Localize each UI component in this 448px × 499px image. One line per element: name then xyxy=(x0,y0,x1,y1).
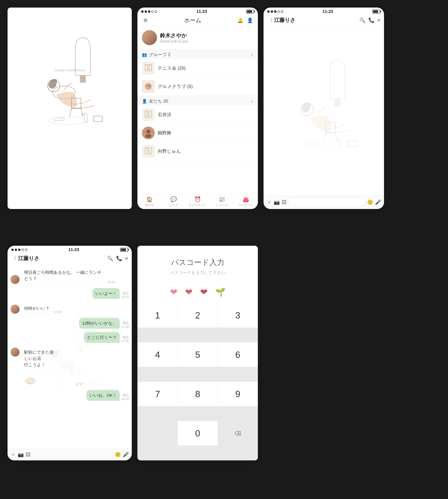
svg-point-24 xyxy=(146,129,150,134)
key-7[interactable]: 7 xyxy=(138,382,177,406)
panel-chat-header: 11:23 〈 江藤りさ 🔍 📞 ≡ xyxy=(264,8,384,209)
timeline-tab-icon: ⏰ xyxy=(194,196,201,202)
msg-time-5: 既読 12:16 xyxy=(121,335,129,343)
chat-messages: 明日昼ごろ時間あるかな。 一緒にランチどう？ 12:10 既読 12:14 いい… xyxy=(8,264,132,449)
list-item-tennis[interactable]: テニス会 (20) xyxy=(137,59,258,77)
add-friend-icon[interactable]: 👤 xyxy=(247,17,253,24)
msg-time-1: 12:10 xyxy=(108,281,115,284)
emoji-icon-3[interactable]: 🙂 xyxy=(367,199,373,205)
chat-input-bar-4: ＋ 📷 🖼 🙂 🎤 xyxy=(8,449,132,460)
svg-rect-23 xyxy=(149,111,152,117)
key-2[interactable]: 2 xyxy=(178,303,218,327)
menu-icon-4[interactable]: ≡ xyxy=(125,256,128,261)
tab-news[interactable]: 📰 ニュース xyxy=(210,196,234,207)
talk-tab-icon: 💬 xyxy=(170,196,177,202)
profile-section[interactable]: 鈴木さやか Good luck to you xyxy=(137,26,258,49)
msg-row-3: 何時がいい？ 12:14 xyxy=(11,303,129,314)
status-bar-3: 11:23 xyxy=(264,8,384,15)
msg-bubble-4: 12時がいいかな。 xyxy=(79,318,120,329)
key-4[interactable]: 4 xyxy=(138,342,177,367)
image-icon-3[interactable]: 🖼 xyxy=(282,199,287,205)
tsuruno-name: 鶴野舞 xyxy=(158,130,171,136)
tab-talk[interactable]: 💬 トーク xyxy=(161,196,186,207)
msg-time-2: 既読 12:14 xyxy=(121,291,129,299)
key-delete[interactable] xyxy=(218,421,258,446)
key-5[interactable]: 5 xyxy=(178,342,218,367)
chat-header-right-4: 🔍 📞 ≡ xyxy=(107,256,128,261)
gourmet-name: グルメクラブ (5) xyxy=(158,83,193,89)
key-0[interactable]: 0 xyxy=(178,421,218,446)
ishii-name: 石井涼 xyxy=(158,112,171,118)
profile-status: Good luck to you xyxy=(160,39,188,44)
wallet-tab-icon: 👛 xyxy=(243,196,249,202)
signal-dot-5 xyxy=(155,10,157,13)
menu-icon-3[interactable]: ≡ xyxy=(377,17,380,23)
key-3[interactable]: 3 xyxy=(218,303,258,327)
groups-header[interactable]: 👥 グループ 2 ∧ xyxy=(137,49,258,59)
svg-line-33 xyxy=(336,133,337,142)
tab-home[interactable]: 🏠 ホーム xyxy=(137,196,161,207)
battery-fill xyxy=(247,10,252,13)
emoji-icon-4[interactable]: 🙂 xyxy=(115,452,121,458)
camera-icon-4[interactable]: 📷 xyxy=(18,452,24,458)
bell-icon[interactable]: 🔔 xyxy=(237,17,244,24)
list-item-mukono[interactable]: 向野じゅん xyxy=(137,142,258,161)
search-icon-3[interactable]: 🔍 xyxy=(359,17,365,23)
key-1[interactable]: 1 xyxy=(138,303,177,327)
panel-illustration: Laundry melancholy xyxy=(8,8,132,209)
mic-icon-3[interactable]: 🎤 xyxy=(375,199,381,205)
msg-time-7: 既読 12:19 xyxy=(121,393,129,401)
search-icon-4[interactable]: 🔍 xyxy=(107,256,113,261)
msg-row-5: 既読 12:16 どこに行く〜？ xyxy=(11,332,129,343)
list-item-gourmet[interactable]: グルメクラブ (5) xyxy=(137,77,258,96)
key-8[interactable]: 8 xyxy=(178,382,218,406)
wallet-tab-label: ウォレット xyxy=(238,203,253,207)
svg-point-10 xyxy=(49,117,87,125)
list-item-tsuruno[interactable]: 鶴野舞 xyxy=(137,124,258,142)
passcode-indicators: ❤ ❤ ❤ 🌱 xyxy=(138,281,258,303)
chat-input-3[interactable] xyxy=(288,198,365,207)
chat-header-left-4: 〈 江藤りさ xyxy=(11,255,40,262)
home-tab-icon: 🏠 xyxy=(146,196,153,202)
phone-icon-3[interactable]: 📞 xyxy=(368,17,374,23)
battery-3 xyxy=(372,10,380,14)
passcode-title: パスコード入力 xyxy=(171,257,224,268)
svg-rect-28 xyxy=(149,147,152,154)
back-arrow-3[interactable]: 〈 xyxy=(267,16,272,24)
chat-bg-illustration xyxy=(264,41,384,180)
svg-point-18 xyxy=(146,84,148,86)
camera-icon-3[interactable]: 📷 xyxy=(274,199,280,205)
signal-dots-3 xyxy=(267,10,283,13)
talk-tab-label: トーク xyxy=(169,203,178,207)
image-icon-4[interactable]: 🖼 xyxy=(26,452,31,458)
plus-icon-4[interactable]: ＋ xyxy=(11,451,16,458)
chat-header-left-3: 〈 江藤りさ xyxy=(267,16,296,24)
msg-row-2: 既読 12:14 いいよ〜！ xyxy=(11,288,129,299)
mic-icon-4[interactable]: 🎤 xyxy=(123,452,129,458)
tsuruno-icon xyxy=(142,127,155,139)
signal-dots-4 xyxy=(11,249,27,251)
phone-icon-4[interactable]: 📞 xyxy=(116,256,122,261)
back-arrow-4[interactable]: 〈 xyxy=(11,255,16,262)
msg-bubble-1: 明日昼ごろ時間あるかな。 一緒にランチどう？ xyxy=(21,267,106,284)
chat-input-bar-3: ＋ 📷 🖼 🙂 🎤 xyxy=(264,195,384,209)
panel-home: 11:23 ⚙ ホーム 🔔 👤 鈴木さやか Good luck to you xyxy=(137,8,258,209)
chat-title-3: 江藤りさ xyxy=(274,16,296,24)
gear-icon[interactable]: ⚙ xyxy=(142,17,149,24)
battery-indicator xyxy=(246,10,254,14)
svg-rect-9 xyxy=(54,118,64,121)
tennis-icon xyxy=(142,62,155,75)
profile-info: 鈴木さやか Good luck to you xyxy=(160,32,188,44)
friends-header[interactable]: 👤 友だち 65 ∧ xyxy=(137,96,258,106)
key-6[interactable]: 6 xyxy=(218,342,258,367)
tab-timeline[interactable]: ⏰ タイムライン xyxy=(186,196,210,207)
key-9[interactable]: 9 xyxy=(218,382,258,406)
tab-wallet[interactable]: 👛 ウォレット xyxy=(234,196,258,207)
home-nav: ⚙ ホーム 🔔 👤 xyxy=(137,15,258,26)
gourmet-icon xyxy=(142,80,155,93)
plus-icon-3[interactable]: ＋ xyxy=(267,199,272,206)
list-item-ishii[interactable]: 石井涼 xyxy=(137,106,258,124)
signal-dot-4 xyxy=(151,10,154,13)
svg-point-48 xyxy=(28,382,31,384)
chat-header-4: 〈 江藤りさ 🔍 📞 ≡ xyxy=(8,253,132,264)
